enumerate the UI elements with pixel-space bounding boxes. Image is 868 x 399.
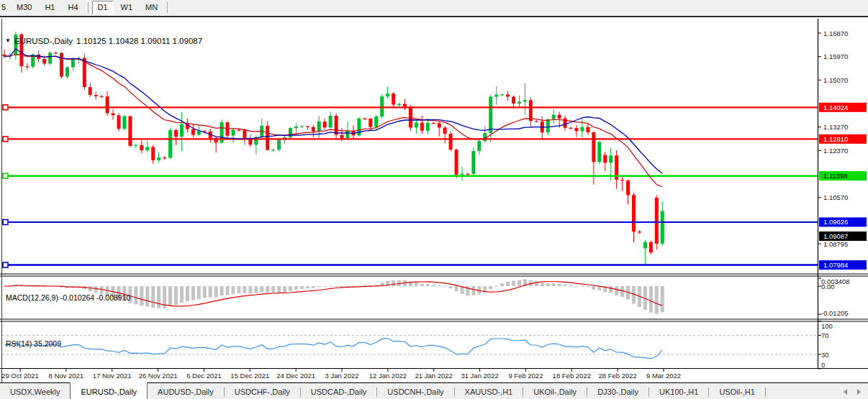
timeframe-button-mn[interactable]: MN: [140, 1, 163, 14]
level-drag-handle[interactable]: [3, 137, 8, 142]
macd-histogram-bar: [203, 286, 207, 298]
level-drag-handle[interactable]: [3, 219, 8, 224]
chart-tab-uk100-h1[interactable]: UK100-,H1: [649, 383, 708, 399]
candle-bear: [432, 123, 435, 124]
macd-histogram-bar: [443, 286, 447, 287]
rsi-pane[interactable]: [2, 336, 818, 359]
chart-tab-usdcad-daily[interactable]: USDCAD-,Daily: [301, 383, 377, 399]
macd-histogram-bar: [420, 284, 424, 286]
candle-bull: [494, 95, 498, 97]
chart-tab-usdchf-daily[interactable]: USDCHF-,Daily: [225, 383, 300, 399]
candle-bull: [489, 97, 492, 133]
candle-bear: [626, 180, 630, 195]
level-drag-handle[interactable]: [3, 262, 8, 267]
macd-histogram-bar: [323, 286, 327, 287]
candle-bull: [597, 142, 601, 162]
candle-bear: [89, 87, 92, 95]
candle-bear: [638, 231, 641, 232]
level-drag-handle[interactable]: [3, 173, 8, 178]
candle-bear: [94, 95, 98, 96]
macd-histogram-bar: [335, 286, 338, 287]
price-tick-label: 1.13270: [823, 123, 848, 131]
candle-bull: [197, 131, 201, 134]
macd-histogram-bar: [25, 286, 29, 287]
timeframe-button-5[interactable]: 5: [1, 1, 9, 14]
price-tick-label: 1.10570: [823, 193, 848, 201]
macd-histogram-bar: [237, 286, 240, 293]
time-tick-label: 9 Mar 2022: [646, 372, 681, 380]
price-level-badge: 1.12810: [823, 135, 848, 143]
candle-bear: [655, 198, 659, 244]
chart-tab-usoil-h1[interactable]: USOil-,H1: [709, 383, 765, 399]
macd-histogram-bar: [541, 283, 544, 286]
tab-scroll-left-icon[interactable]: [844, 389, 847, 395]
timeframe-button-d1[interactable]: D1: [92, 1, 114, 14]
macd-histogram-bar: [489, 286, 492, 289]
macd-histogram-bar: [592, 286, 595, 290]
price-tick-label: 1.16870: [823, 29, 848, 37]
macd-histogram-bar: [661, 286, 664, 312]
chart-canvas[interactable]: 1.168701.159701.150701.132701.123701.105…: [0, 17, 868, 399]
candle-bear: [443, 127, 447, 134]
tab-scroll-right-icon[interactable]: [857, 389, 861, 395]
main-price-pane[interactable]: [2, 32, 818, 267]
candle-bull: [661, 211, 664, 244]
candle-bear: [42, 59, 46, 64]
price-level-badge: 1.09626: [823, 218, 848, 226]
macd-histogram-bar: [134, 286, 137, 304]
candle-bull: [374, 116, 378, 127]
level-drag-handle[interactable]: [3, 105, 8, 110]
candle-bear: [335, 116, 338, 134]
candle-bear: [592, 132, 595, 162]
chart-tab-eurusd-daily[interactable]: EURUSD-,Daily: [70, 382, 148, 399]
macd-histogram-bar: [569, 285, 573, 286]
macd-histogram-bar: [609, 286, 612, 293]
timeframe-button-w1[interactable]: W1: [115, 1, 139, 14]
time-tick-label: 12 Jan 2022: [369, 372, 407, 380]
candle-bear: [226, 122, 230, 136]
candle-bear: [558, 115, 561, 119]
time-tick-label: 21 Jan 2022: [415, 372, 453, 380]
macd-histogram-bar: [191, 286, 195, 301]
candle-bear: [569, 128, 573, 129]
timeframe-button-h4[interactable]: H4: [62, 1, 83, 14]
candle-bull: [232, 130, 235, 136]
candle-bull: [145, 147, 149, 150]
rsi-axis-label: 30: [821, 351, 829, 359]
chart-tab-ukoil-daily[interactable]: UKOil-,Daily: [523, 383, 587, 399]
macd-histogram-bar: [168, 286, 172, 306]
candle-bull: [461, 174, 464, 175]
time-tick-label: 31 Jan 2022: [461, 372, 498, 380]
macd-histogram-bar: [620, 286, 624, 297]
candle-bear: [575, 128, 579, 131]
chart-tab-xauusd-h1[interactable]: XAUUSD-,H1: [455, 383, 523, 399]
candle-bear: [191, 129, 195, 135]
macd-histogram-bar: [575, 286, 579, 287]
macd-histogram-bar: [151, 286, 155, 308]
macd-histogram-bar: [512, 280, 515, 286]
candle-bull: [609, 155, 612, 162]
macd-histogram-bar: [180, 286, 184, 303]
time-tick-label: 28 Feb 2022: [598, 372, 636, 380]
chart-tab-dj30-daily[interactable]: DJ30-,Daily: [587, 383, 648, 399]
candle-bear: [403, 104, 407, 106]
macd-histogram-bar: [145, 286, 149, 306]
chart-tab-usdx-weekly[interactable]: USDX,Weekly: [0, 383, 70, 399]
candle-bear: [306, 127, 309, 127]
macd-histogram-bar: [580, 286, 584, 287]
macd-histogram-bar: [220, 286, 224, 295]
time-tick-label: 26 Nov 2021: [139, 372, 178, 380]
candle-bear: [112, 113, 115, 115]
macd-axis-label: -0.01205: [821, 309, 849, 317]
chart-tab-audusd-daily[interactable]: AUDUSD-,Daily: [148, 383, 224, 399]
timeframe-button-h1[interactable]: H1: [39, 1, 60, 14]
chart-tab-usdcnh-daily[interactable]: USDCNH-,Daily: [377, 383, 453, 399]
candle-bull: [546, 119, 550, 133]
macd-histogram-bar: [649, 286, 653, 313]
timeframe-button-m30[interactable]: M30: [11, 1, 37, 14]
candle-bear: [340, 135, 344, 138]
candle-bear: [420, 123, 424, 131]
macd-histogram-bar: [157, 286, 161, 308]
macd-histogram-bar: [174, 286, 178, 305]
rsi-line: [4, 339, 662, 359]
